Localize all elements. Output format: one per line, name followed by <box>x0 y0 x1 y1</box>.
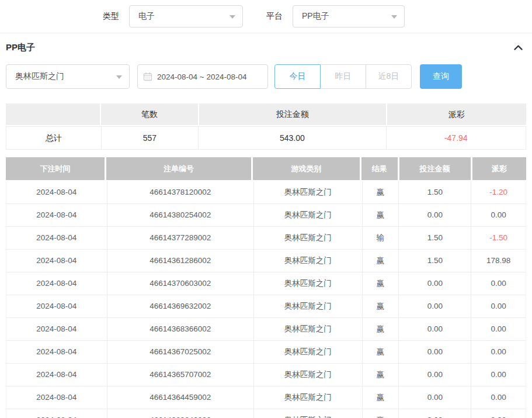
cell-bet-amount: 1.50 <box>398 181 471 203</box>
today-button[interactable]: 今日 <box>274 64 321 89</box>
type-select-value: 电子 <box>138 11 155 22</box>
section-title: PP电子 <box>6 42 35 53</box>
cell-bet-amount: 0.00 <box>398 341 471 363</box>
summary-total-bet-amount: 543.00 <box>198 127 385 149</box>
cell-game-category: 奥林匹斯之门 <box>253 250 362 272</box>
cell-payout: 0.00 <box>471 204 526 226</box>
search-button[interactable]: 查询 <box>420 64 462 89</box>
cell-order-no: 46614377289002 <box>107 227 253 249</box>
cell-result: 赢 <box>362 364 399 386</box>
table-row: 2024-08-04 46614380254002 奥林匹斯之门 赢 0.00 … <box>6 204 526 227</box>
cell-order-no: 46614370603002 <box>107 272 253 295</box>
bets-table-header-row: 下注时间 注单编号 游戏类别 结果 投注金额 派彩 <box>6 157 526 180</box>
table-row: 2024-08-04 46614365707002 奥林匹斯之门 赢 0.00 … <box>6 364 526 386</box>
date-range-input[interactable]: 2024-08-04 ~ 2024-08-04 <box>137 64 268 89</box>
date-range-value: 2024-08-04 ~ 2024-08-04 <box>157 72 247 81</box>
top-filter-bar: 类型 电子 平台 PP电子 <box>0 0 532 33</box>
summary-total-row: 总计 557 543.00 -47.94 <box>6 126 526 150</box>
cell-game-category: 奥林匹斯之门 <box>253 204 362 226</box>
col-header-game-category: 游戏类别 <box>253 157 360 180</box>
summary-total-count: 557 <box>101 127 199 149</box>
last8days-button[interactable]: 近8日 <box>366 64 412 89</box>
cell-game-category: 奥林匹斯之门 <box>253 318 362 340</box>
col-header-order-no: 注单编号 <box>106 157 251 180</box>
cell-bet-amount: 0.00 <box>398 409 471 418</box>
cell-order-no: 46614363640002 <box>107 409 253 418</box>
cell-bet-time: 2024-08-04 <box>6 364 107 386</box>
summary-header-bet-amount: 投注金额 <box>199 103 386 125</box>
cell-bet-amount: 0.00 <box>398 318 471 340</box>
cell-result: 赢 <box>362 386 399 409</box>
cell-order-no: 46614368366002 <box>107 318 253 340</box>
cell-order-no: 46614380254002 <box>107 204 253 226</box>
platform-select-value: PP电子 <box>302 11 329 22</box>
bets-table: 下注时间 注单编号 游戏类别 结果 投注金额 派彩 2024-08-04 466… <box>6 157 526 418</box>
type-label: 类型 <box>103 11 119 22</box>
cell-order-no: 46614364459002 <box>107 386 253 409</box>
section-header: PP电子 <box>0 33 532 61</box>
query-bar: 奥林匹斯之门 2024-08-04 ~ 2024-08-04 今日 昨日 近8日… <box>0 64 532 89</box>
cell-result: 赢 <box>362 295 399 317</box>
cell-payout: 0.00 <box>471 318 526 340</box>
table-row: 2024-08-04 46614363640002 奥林匹斯之门 赢 0.00 … <box>6 409 526 418</box>
cell-bet-amount: 0.00 <box>398 272 471 295</box>
cell-game-category: 奥林匹斯之门 <box>253 295 362 317</box>
cell-payout: -1.50 <box>471 227 526 249</box>
cell-game-category: 奥林匹斯之门 <box>253 181 362 203</box>
cell-order-no: 46614361286002 <box>107 250 253 272</box>
cell-bet-amount: 1.50 <box>398 227 471 249</box>
cell-game-category: 奥林匹斯之门 <box>253 409 362 418</box>
table-row: 2024-08-04 46614369632002 奥林匹斯之门 赢 0.00 … <box>6 295 526 318</box>
cell-payout: 0.00 <box>471 364 526 386</box>
cell-bet-time: 2024-08-04 <box>6 250 107 272</box>
cell-result: 赢 <box>362 318 399 340</box>
summary-total-payout: -47.94 <box>386 127 526 149</box>
cell-game-category: 奥林匹斯之门 <box>253 272 362 295</box>
cell-bet-amount: 0.00 <box>398 364 471 386</box>
cell-bet-amount: 0.00 <box>398 204 471 226</box>
cell-bet-time: 2024-08-04 <box>6 204 107 226</box>
cell-result: 赢 <box>362 409 399 418</box>
cell-bet-amount: 1.50 <box>398 250 471 272</box>
col-header-result: 结果 <box>361 157 398 180</box>
cell-order-no: 46614378120002 <box>107 181 253 203</box>
summary-table: 笔数 投注金额 派彩 总计 557 543.00 -47.94 <box>6 103 526 150</box>
col-header-bet-amount: 投注金额 <box>399 157 471 180</box>
cell-payout: 0.00 <box>471 295 526 317</box>
table-row: 2024-08-04 46614377289002 奥林匹斯之门 输 1.50 … <box>6 227 526 250</box>
cell-bet-time: 2024-08-04 <box>6 386 107 409</box>
summary-header-empty <box>6 103 100 125</box>
col-header-payout: 派彩 <box>472 157 526 180</box>
yesterday-button[interactable]: 昨日 <box>320 64 366 89</box>
cell-payout: -1.20 <box>471 181 526 203</box>
cell-bet-time: 2024-08-04 <box>6 295 107 317</box>
summary-total-label: 总计 <box>6 127 101 149</box>
quick-range-group: 今日 昨日 近8日 <box>274 64 412 89</box>
collapse-button[interactable] <box>514 45 523 50</box>
table-row: 2024-08-04 46614364459002 奥林匹斯之门 赢 0.00 … <box>6 386 526 409</box>
chevron-up-icon <box>514 45 523 50</box>
cell-result: 输 <box>362 227 399 249</box>
game-select-value: 奥林匹斯之门 <box>15 71 64 82</box>
bets-table-body: 2024-08-04 46614378120002 奥林匹斯之门 赢 1.50 … <box>6 181 526 418</box>
cell-result: 赢 <box>362 181 399 203</box>
cell-payout: 0.00 <box>471 341 526 363</box>
platform-select[interactable]: PP电子 <box>293 5 405 27</box>
game-select[interactable]: 奥林匹斯之门 <box>6 64 130 89</box>
chevron-down-icon <box>116 75 122 79</box>
table-row: 2024-08-04 46614378120002 奥林匹斯之门 赢 1.50 … <box>6 181 526 204</box>
cell-order-no: 46614367025002 <box>107 341 253 363</box>
cell-bet-time: 2024-08-04 <box>6 409 107 418</box>
cell-result: 赢 <box>362 272 399 295</box>
summary-header-row: 笔数 投注金额 派彩 <box>6 103 526 125</box>
cell-result: 赢 <box>362 204 399 226</box>
col-header-bet-time: 下注时间 <box>6 157 105 180</box>
cell-bet-amount: 0.00 <box>398 386 471 409</box>
chevron-down-icon <box>230 15 235 19</box>
cell-payout: 0.00 <box>471 409 526 418</box>
chevron-down-icon <box>391 15 397 19</box>
cell-bet-time: 2024-08-04 <box>6 181 107 203</box>
cell-payout: 0.00 <box>471 272 526 295</box>
table-row: 2024-08-04 46614368366002 奥林匹斯之门 赢 0.00 … <box>6 318 526 341</box>
type-select[interactable]: 电子 <box>129 5 243 27</box>
